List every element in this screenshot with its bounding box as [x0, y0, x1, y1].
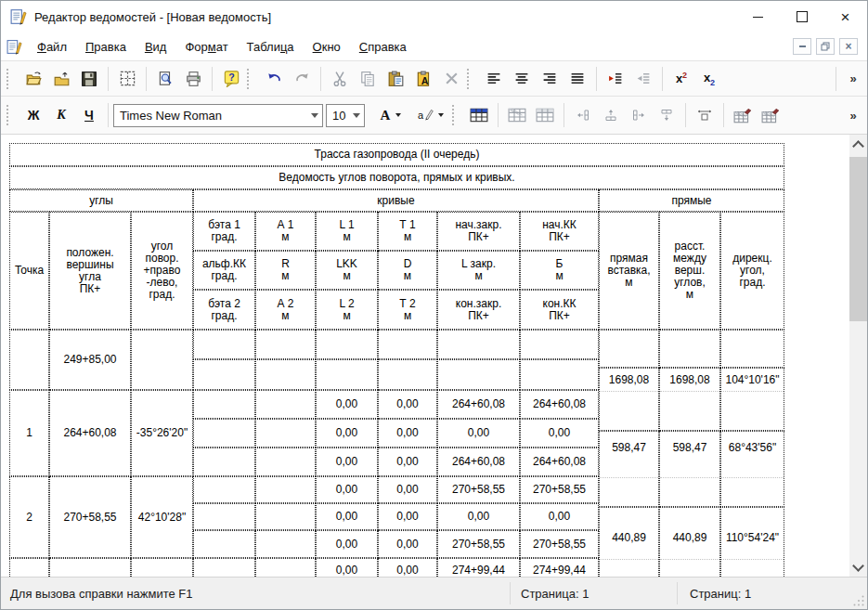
- cell-empty[interactable]: [520, 330, 599, 359]
- cell-empty[interactable]: [255, 390, 316, 419]
- cell-p3-r1-nk[interactable]: 274+99,44: [520, 558, 599, 577]
- print-preview-button[interactable]: [151, 66, 179, 92]
- mdi-minimize-button[interactable]: [793, 38, 811, 55]
- font-family-select[interactable]: Times New Roman: [113, 104, 323, 127]
- cell-p2-vertex[interactable]: 270+58,55: [49, 476, 131, 558]
- cell-header-a1[interactable]: А 1 м: [255, 212, 316, 251]
- insert-table-button[interactable]: [465, 102, 493, 128]
- save-button[interactable]: [75, 66, 103, 92]
- menu-help[interactable]: Справка: [350, 36, 416, 58]
- scroll-up-button[interactable]: [849, 135, 867, 154]
- cell-header-l1[interactable]: L 1 м: [316, 212, 378, 251]
- cell-p2-r2-l[interactable]: 0,00: [316, 503, 378, 530]
- cell-empty[interactable]: [9, 330, 49, 390]
- cell-p3-r1-t[interactable]: 0,00: [378, 558, 437, 577]
- font-size-select[interactable]: 10: [326, 104, 365, 127]
- vertical-scrollbar[interactable]: [849, 135, 867, 577]
- cell-header-lkk[interactable]: LKK м: [316, 251, 378, 290]
- cell-p2-r2-lz[interactable]: 0,00: [437, 503, 520, 530]
- toolbar-overflow-button[interactable]: »: [841, 102, 863, 128]
- cell-p1-r3-t[interactable]: 0,00: [378, 448, 437, 476]
- cell-empty[interactable]: [193, 390, 255, 419]
- align-left-button[interactable]: [480, 66, 508, 92]
- cell-p2-r2-t[interactable]: 0,00: [378, 503, 437, 530]
- cell-empty[interactable]: [255, 476, 316, 503]
- menu-file[interactable]: Файл: [28, 36, 76, 58]
- cell-empty[interactable]: [437, 359, 520, 390]
- cell-empty[interactable]: [49, 558, 131, 577]
- cell-p2-r3-kz[interactable]: 270+58,55: [437, 530, 520, 558]
- toolbar-grip[interactable]: [6, 69, 16, 89]
- cell-empty[interactable]: [378, 330, 437, 359]
- cell-header-dist[interactable]: расст. между верш. углов, м: [659, 212, 720, 330]
- cell-p1-r2-t[interactable]: 0,00: [378, 419, 437, 448]
- cell-p2-r2-b[interactable]: 0,00: [520, 503, 599, 530]
- font-color-button[interactable]: A: [372, 102, 409, 128]
- cell-header-nach-zakr[interactable]: нач.закр. ПК+: [437, 212, 520, 251]
- menu-format[interactable]: Формат: [175, 36, 237, 58]
- cell-p0-vertex[interactable]: 249+85,00: [49, 330, 131, 390]
- cell-empty[interactable]: [316, 359, 378, 390]
- align-right-button[interactable]: [536, 66, 564, 92]
- subscript-button[interactable]: x2: [695, 66, 723, 92]
- cell-table-title[interactable]: Трасса газопровода (II очередь): [9, 143, 784, 166]
- cell-p1-r2-l[interactable]: 0,00: [316, 419, 378, 448]
- cell-s2-insert[interactable]: 598,47: [599, 431, 659, 507]
- menu-view[interactable]: Вид: [136, 36, 176, 58]
- toolbar-grip[interactable]: [6, 105, 16, 125]
- close-button[interactable]: ×: [823, 1, 867, 32]
- cell-p1-r2-b[interactable]: 0,00: [520, 419, 599, 448]
- cell-p1-r1-l[interactable]: 0,00: [316, 390, 378, 419]
- cell-header-nach-kk[interactable]: нач.КК ПК+: [520, 212, 599, 251]
- toolbar-overflow-button[interactable]: »: [841, 66, 863, 92]
- scrollbar-thumb[interactable]: [849, 157, 867, 321]
- cell-p2-angle[interactable]: 42°10'28": [131, 476, 193, 558]
- cell-empty[interactable]: [659, 330, 720, 368]
- cell-header-beta1[interactable]: бэта 1 град.: [193, 212, 255, 251]
- cell-empty[interactable]: [378, 359, 437, 390]
- cell-empty[interactable]: [316, 330, 378, 359]
- close-file-button[interactable]: [47, 66, 75, 92]
- cell-p1-r1-t[interactable]: 0,00: [378, 390, 437, 419]
- delete-button[interactable]: [437, 66, 465, 92]
- table-style-button[interactable]: [503, 102, 531, 128]
- cell-empty[interactable]: [193, 330, 255, 359]
- toolbar-grip[interactable]: [247, 69, 256, 89]
- cell-empty[interactable]: [193, 503, 255, 530]
- cell-empty[interactable]: [131, 558, 193, 577]
- cell-p1-r2-lz[interactable]: 0,00: [437, 419, 520, 448]
- cell-empty[interactable]: [193, 359, 255, 390]
- cell-header-a2[interactable]: А 2 м: [255, 290, 316, 330]
- toolbar-grip[interactable]: [467, 69, 476, 89]
- chevron-down-icon[interactable]: [306, 113, 322, 118]
- cell-header-t1[interactable]: Т 1 м: [378, 212, 437, 251]
- bold-button[interactable]: Ж: [19, 102, 47, 128]
- cell-p1-r3-l[interactable]: 0,00: [316, 448, 378, 476]
- cell-empty[interactable]: [255, 530, 316, 558]
- help-button[interactable]: ?: [217, 66, 245, 92]
- cell-empty[interactable]: [255, 558, 316, 577]
- toolbar-grip[interactable]: [452, 105, 461, 125]
- cell-s3-insert[interactable]: 440,89: [599, 507, 659, 577]
- menu-window[interactable]: Окно: [304, 36, 350, 58]
- cell-empty[interactable]: [193, 419, 255, 448]
- borders-button[interactable]: [113, 66, 141, 92]
- cell-empty[interactable]: [193, 476, 255, 503]
- cell-header-l2[interactable]: L 2 м: [316, 290, 378, 330]
- cell-header-insert[interactable]: прямая вставка, м: [599, 212, 659, 330]
- cell-empty[interactable]: [720, 330, 784, 368]
- cell-empty[interactable]: [193, 558, 255, 577]
- cell-p2-r3-l[interactable]: 0,00: [316, 530, 378, 558]
- cell-empty[interactable]: [437, 330, 520, 359]
- cell-empty[interactable]: [520, 359, 599, 390]
- cell-p2-num[interactable]: 2: [9, 476, 49, 558]
- cell-header-d[interactable]: D м: [378, 251, 437, 290]
- cell-empty[interactable]: [255, 419, 316, 448]
- insert-row-below-button[interactable]: [653, 102, 680, 128]
- resize-grip-icon[interactable]: [853, 595, 865, 607]
- indent-button[interactable]: [602, 66, 629, 92]
- cell-s3-dist[interactable]: 440,89: [659, 507, 720, 577]
- table-properties-button[interactable]: [531, 102, 559, 128]
- chevron-down-icon[interactable]: [348, 113, 364, 118]
- cell-empty[interactable]: [255, 330, 316, 359]
